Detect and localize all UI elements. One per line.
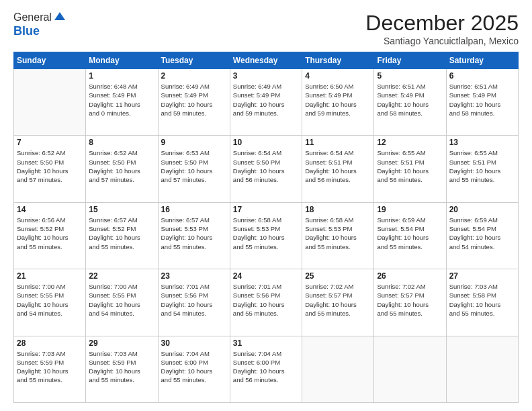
calendar-cell: 7Sunrise: 6:52 AM Sunset: 5:50 PM Daylig… bbox=[14, 136, 86, 202]
day-number: 13 bbox=[449, 138, 515, 147]
day-info: Sunrise: 7:04 AM Sunset: 6:00 PM Dayligh… bbox=[233, 349, 299, 385]
day-info: Sunrise: 7:03 AM Sunset: 5:59 PM Dayligh… bbox=[17, 349, 83, 385]
calendar-cell: 17Sunrise: 6:58 AM Sunset: 5:53 PM Dayli… bbox=[230, 202, 302, 269]
title-block: December 2025 Santiago Yancuictlalpan, M… bbox=[365, 11, 519, 46]
calendar-cell: 25Sunrise: 7:02 AM Sunset: 5:57 PM Dayli… bbox=[302, 269, 374, 336]
calendar-week-row: 1Sunrise: 6:48 AM Sunset: 5:49 PM Daylig… bbox=[14, 69, 519, 136]
day-number: 16 bbox=[161, 205, 227, 214]
calendar-cell: 15Sunrise: 6:57 AM Sunset: 5:52 PM Dayli… bbox=[86, 202, 158, 269]
calendar-cell: 13Sunrise: 6:55 AM Sunset: 5:51 PM Dayli… bbox=[446, 136, 518, 202]
day-number: 5 bbox=[377, 71, 443, 81]
calendar-cell: 2Sunrise: 6:49 AM Sunset: 5:49 PM Daylig… bbox=[158, 69, 230, 136]
calendar-cell: 14Sunrise: 6:56 AM Sunset: 5:52 PM Dayli… bbox=[14, 202, 86, 269]
calendar-cell: 6Sunrise: 6:51 AM Sunset: 5:49 PM Daylig… bbox=[446, 69, 518, 136]
day-number: 21 bbox=[17, 271, 83, 281]
weekday-header: Sunday bbox=[14, 52, 86, 69]
day-info: Sunrise: 7:00 AM Sunset: 5:55 PM Dayligh… bbox=[89, 282, 154, 318]
calendar-cell: 29Sunrise: 7:03 AM Sunset: 5:59 PM Dayli… bbox=[86, 336, 158, 402]
weekday-header: Monday bbox=[86, 52, 158, 69]
day-number: 30 bbox=[161, 338, 227, 348]
day-info: Sunrise: 7:04 AM Sunset: 6:00 PM Dayligh… bbox=[161, 349, 227, 385]
calendar-cell: 12Sunrise: 6:55 AM Sunset: 5:51 PM Dayli… bbox=[374, 136, 446, 202]
day-info: Sunrise: 7:00 AM Sunset: 5:55 PM Dayligh… bbox=[17, 282, 83, 318]
day-number: 27 bbox=[449, 271, 515, 281]
logo-blue-text: Blue bbox=[13, 24, 66, 38]
day-info: Sunrise: 6:50 AM Sunset: 5:49 PM Dayligh… bbox=[305, 82, 371, 118]
location: Santiago Yancuictlalpan, Mexico bbox=[365, 36, 519, 46]
day-number: 20 bbox=[449, 205, 515, 214]
day-number: 22 bbox=[89, 271, 154, 281]
day-info: Sunrise: 6:57 AM Sunset: 5:53 PM Dayligh… bbox=[161, 216, 227, 251]
day-info: Sunrise: 6:59 AM Sunset: 5:54 PM Dayligh… bbox=[449, 216, 515, 251]
svg-marker-0 bbox=[54, 12, 65, 20]
day-info: Sunrise: 6:54 AM Sunset: 5:51 PM Dayligh… bbox=[305, 148, 371, 184]
day-number: 23 bbox=[161, 271, 227, 281]
day-info: Sunrise: 6:55 AM Sunset: 5:51 PM Dayligh… bbox=[377, 148, 443, 184]
day-info: Sunrise: 6:51 AM Sunset: 5:49 PM Dayligh… bbox=[377, 82, 443, 118]
calendar-cell: 23Sunrise: 7:01 AM Sunset: 5:56 PM Dayli… bbox=[158, 269, 230, 336]
logo-icon bbox=[53, 11, 66, 24]
day-info: Sunrise: 6:51 AM Sunset: 5:49 PM Dayligh… bbox=[449, 82, 515, 118]
day-number: 7 bbox=[17, 138, 83, 147]
day-number: 25 bbox=[305, 271, 371, 281]
day-number: 2 bbox=[161, 71, 227, 81]
day-info: Sunrise: 6:52 AM Sunset: 5:50 PM Dayligh… bbox=[89, 148, 154, 184]
day-info: Sunrise: 6:52 AM Sunset: 5:50 PM Dayligh… bbox=[17, 148, 83, 184]
calendar-week-row: 14Sunrise: 6:56 AM Sunset: 5:52 PM Dayli… bbox=[14, 202, 519, 269]
weekday-header: Friday bbox=[374, 52, 446, 69]
calendar-cell: 4Sunrise: 6:50 AM Sunset: 5:49 PM Daylig… bbox=[302, 69, 374, 136]
day-number: 17 bbox=[233, 205, 299, 214]
day-number: 19 bbox=[377, 205, 443, 214]
calendar-cell: 11Sunrise: 6:54 AM Sunset: 5:51 PM Dayli… bbox=[302, 136, 374, 202]
logo: General Blue bbox=[13, 11, 66, 38]
day-info: Sunrise: 6:54 AM Sunset: 5:50 PM Dayligh… bbox=[233, 148, 299, 184]
calendar-cell: 8Sunrise: 6:52 AM Sunset: 5:50 PM Daylig… bbox=[86, 136, 158, 202]
page: General Blue December 2025 Santiago Yanc… bbox=[0, 0, 532, 411]
calendar-cell: 24Sunrise: 7:01 AM Sunset: 5:56 PM Dayli… bbox=[230, 269, 302, 336]
calendar-cell bbox=[446, 336, 518, 402]
calendar-cell: 20Sunrise: 6:59 AM Sunset: 5:54 PM Dayli… bbox=[446, 202, 518, 269]
calendar-cell: 21Sunrise: 7:00 AM Sunset: 5:55 PM Dayli… bbox=[14, 269, 86, 336]
day-number: 3 bbox=[233, 71, 299, 81]
day-number: 24 bbox=[233, 271, 299, 281]
calendar-cell: 22Sunrise: 7:00 AM Sunset: 5:55 PM Dayli… bbox=[86, 269, 158, 336]
day-number: 14 bbox=[17, 205, 83, 214]
day-info: Sunrise: 7:02 AM Sunset: 5:57 PM Dayligh… bbox=[377, 282, 443, 318]
day-info: Sunrise: 6:55 AM Sunset: 5:51 PM Dayligh… bbox=[449, 148, 515, 184]
day-info: Sunrise: 6:49 AM Sunset: 5:49 PM Dayligh… bbox=[233, 82, 299, 118]
day-number: 15 bbox=[89, 205, 154, 214]
calendar-cell bbox=[302, 336, 374, 402]
calendar-cell: 3Sunrise: 6:49 AM Sunset: 5:49 PM Daylig… bbox=[230, 69, 302, 136]
calendar-cell bbox=[374, 336, 446, 402]
calendar-cell: 16Sunrise: 6:57 AM Sunset: 5:53 PM Dayli… bbox=[158, 202, 230, 269]
month-title: December 2025 bbox=[365, 11, 519, 36]
weekday-header: Thursday bbox=[302, 52, 374, 69]
day-number: 29 bbox=[89, 338, 154, 348]
day-number: 1 bbox=[89, 71, 154, 81]
calendar-cell: 10Sunrise: 6:54 AM Sunset: 5:50 PM Dayli… bbox=[230, 136, 302, 202]
weekday-header: Tuesday bbox=[158, 52, 230, 69]
weekday-header: Saturday bbox=[446, 52, 518, 69]
calendar-cell: 31Sunrise: 7:04 AM Sunset: 6:00 PM Dayli… bbox=[230, 336, 302, 402]
logo-general-text: General bbox=[13, 11, 52, 24]
day-info: Sunrise: 6:49 AM Sunset: 5:49 PM Dayligh… bbox=[161, 82, 227, 118]
day-info: Sunrise: 6:56 AM Sunset: 5:52 PM Dayligh… bbox=[17, 216, 83, 251]
day-info: Sunrise: 6:58 AM Sunset: 5:53 PM Dayligh… bbox=[305, 216, 371, 251]
calendar-table: SundayMondayTuesdayWednesdayThursdayFrid… bbox=[13, 52, 519, 403]
day-number: 4 bbox=[305, 71, 371, 81]
calendar-cell: 30Sunrise: 7:04 AM Sunset: 6:00 PM Dayli… bbox=[158, 336, 230, 402]
day-number: 6 bbox=[449, 71, 515, 81]
calendar-week-row: 28Sunrise: 7:03 AM Sunset: 5:59 PM Dayli… bbox=[14, 336, 519, 402]
calendar-cell: 27Sunrise: 7:03 AM Sunset: 5:58 PM Dayli… bbox=[446, 269, 518, 336]
day-info: Sunrise: 7:01 AM Sunset: 5:56 PM Dayligh… bbox=[233, 282, 299, 318]
day-number: 28 bbox=[17, 338, 83, 348]
day-number: 11 bbox=[305, 138, 371, 147]
day-number: 18 bbox=[305, 205, 371, 214]
calendar-week-row: 7Sunrise: 6:52 AM Sunset: 5:50 PM Daylig… bbox=[14, 136, 519, 202]
day-number: 31 bbox=[233, 338, 299, 348]
weekday-header: Wednesday bbox=[230, 52, 302, 69]
header: General Blue December 2025 Santiago Yanc… bbox=[13, 11, 519, 46]
calendar-header-row: SundayMondayTuesdayWednesdayThursdayFrid… bbox=[14, 52, 519, 69]
day-number: 9 bbox=[161, 138, 227, 147]
day-info: Sunrise: 7:03 AM Sunset: 5:59 PM Dayligh… bbox=[89, 349, 154, 385]
